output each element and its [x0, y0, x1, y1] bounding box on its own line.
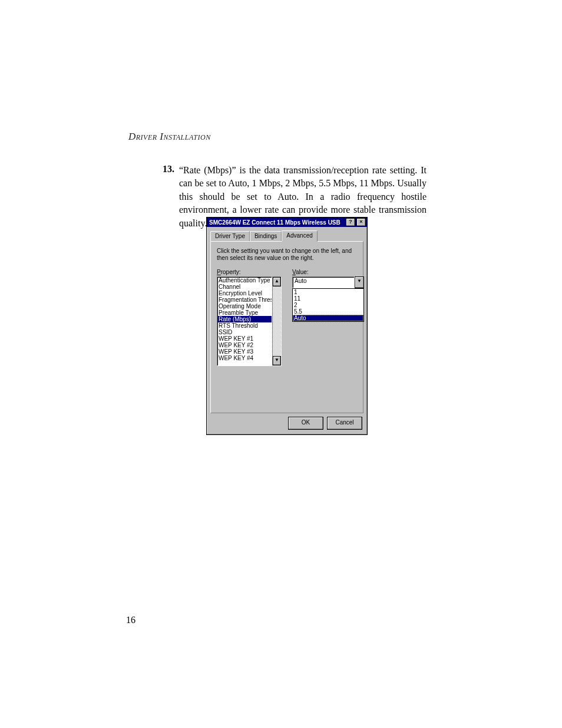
scroll-down-button[interactable]: ▼	[273, 356, 281, 365]
help-button[interactable]: ?	[346, 218, 355, 226]
instruction-text: Click the setting you want to change on …	[217, 248, 357, 262]
property-option[interactable]: WEP KEY #3	[217, 348, 272, 355]
tab-strip: Driver Type Bindings Advanced	[210, 230, 363, 241]
property-option[interactable]: SSID	[217, 329, 272, 335]
property-listbox[interactable]: Authentication TypeChannelEncryption Lev…	[217, 276, 272, 366]
value-option[interactable]: Auto	[293, 315, 363, 321]
property-label: Property:	[217, 269, 282, 275]
tab-bindings[interactable]: Bindings	[250, 231, 282, 242]
property-option[interactable]: Operating Mode	[217, 303, 272, 309]
property-option[interactable]: WEP KEY #4	[217, 355, 272, 361]
value-option[interactable]: 1	[293, 289, 363, 295]
property-option[interactable]: Fragmentation Threshold	[217, 297, 272, 303]
property-option[interactable]: RTS Threshold	[217, 322, 272, 329]
value-combobox[interactable]: Auto ▼	[292, 276, 364, 288]
property-option[interactable]: Rate (Mbps)	[217, 316, 272, 322]
property-option[interactable]: WEP KEY #2	[217, 342, 272, 348]
tab-advanced[interactable]: Advanced	[282, 230, 317, 242]
value-combobox-input[interactable]: Auto	[292, 276, 355, 288]
ok-button[interactable]: OK	[288, 417, 323, 430]
property-option[interactable]: Authentication Type	[217, 277, 272, 284]
tab-driver-type[interactable]: Driver Type	[210, 231, 250, 242]
value-combobox-list[interactable]: 11125.5Auto	[292, 288, 364, 322]
value-option[interactable]: 11	[293, 295, 363, 302]
close-button[interactable]: ×	[356, 218, 366, 226]
scroll-up-button[interactable]: ▲	[273, 277, 281, 286]
tab-panel-advanced: Click the setting you want to change on …	[210, 241, 363, 413]
property-scrollbar[interactable]: ▲ ▼	[272, 276, 282, 366]
running-head: Driver Installation	[128, 131, 211, 143]
value-combobox-button[interactable]: ▼	[355, 276, 364, 288]
property-option[interactable]: Channel	[217, 284, 272, 290]
document-page: Driver Installation 13. “Rate (Mbps)” is…	[0, 0, 562, 728]
properties-dialog: SMC2664W EZ Connect 11 Mbps Wireless USB…	[206, 217, 368, 435]
dialog-title: SMC2664W EZ Connect 11 Mbps Wireless USB	[208, 219, 345, 226]
property-option[interactable]: Encryption Level	[217, 290, 272, 297]
page-number: 16	[126, 615, 135, 625]
dialog-button-row: OK Cancel	[207, 417, 367, 434]
property-option[interactable]: WEP KEY #1	[217, 335, 272, 342]
value-option[interactable]: 5.5	[293, 308, 363, 315]
value-label: Value:	[292, 269, 364, 275]
property-option[interactable]: Preamble Type	[217, 309, 272, 316]
item-number: 13.	[154, 164, 179, 230]
cancel-button[interactable]: Cancel	[327, 417, 362, 430]
titlebar[interactable]: SMC2664W EZ Connect 11 Mbps Wireless USB…	[207, 218, 367, 227]
value-option[interactable]: 2	[293, 302, 363, 308]
